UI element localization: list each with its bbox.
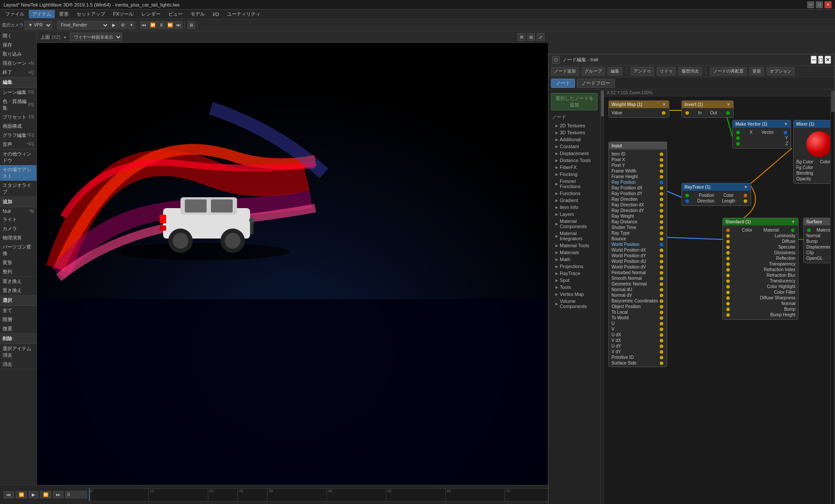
- node-list-mattools[interactable]: Material Tools: [548, 242, 600, 249]
- world-pos-port[interactable]: [660, 243, 663, 246]
- std-trans-in[interactable]: [726, 262, 730, 266]
- delete-btn[interactable]: 消去: [0, 360, 37, 369]
- std-gloss-in[interactable]: [726, 251, 730, 255]
- rt-pos-in[interactable]: [685, 194, 689, 197]
- main-viewport[interactable]: [37, 43, 548, 485]
- pixel-y-port[interactable]: [660, 164, 663, 167]
- tl-frame-input[interactable]: [65, 491, 87, 498]
- node-canvas-scrollbar[interactable]: [830, 90, 835, 504]
- vector-out-port[interactable]: [784, 131, 787, 134]
- tab-nodeflow[interactable]: ノードフロー: [577, 79, 615, 88]
- surface-node[interactable]: Surface ▼ Material Material Normal: [803, 218, 830, 263]
- std-lumin-in[interactable]: [726, 234, 730, 238]
- tl-end-btn[interactable]: ⏭: [53, 491, 63, 498]
- replace-btn[interactable]: 置き換え: [0, 277, 37, 286]
- u-dx-port[interactable]: [660, 333, 663, 337]
- camera-icon[interactable]: ▶: [110, 21, 118, 29]
- bary-port[interactable]: [660, 299, 663, 303]
- node-list-additional[interactable]: Additional: [548, 136, 600, 143]
- v-dy-port[interactable]: [660, 350, 663, 354]
- tab-node[interactable]: ノード: [551, 79, 575, 88]
- v-dx-port[interactable]: [660, 339, 663, 342]
- ray-dir-port[interactable]: [660, 198, 663, 201]
- import-btn[interactable]: 取り込み: [0, 50, 37, 59]
- menu-transform[interactable]: 変形: [56, 10, 72, 18]
- frame-height-port[interactable]: [660, 175, 663, 179]
- prim-id-port[interactable]: [660, 356, 663, 359]
- select-all-btn[interactable]: 全て: [0, 306, 37, 315]
- std-colhi-in[interactable]: [726, 285, 730, 288]
- new-scene-btn[interactable]: 現在シーン +N: [0, 59, 37, 68]
- standard-dropdown[interactable]: ▼: [791, 219, 795, 224]
- quit-btn[interactable]: 終了 +Q: [0, 68, 37, 77]
- x-in-port[interactable]: [736, 131, 740, 134]
- node-list-raytrace[interactable]: RayTrace: [548, 270, 600, 277]
- world-pos-dy-port[interactable]: [660, 254, 663, 258]
- audio-btn[interactable]: 音声 ^F5: [0, 140, 37, 149]
- menu-render[interactable]: レンダー: [138, 10, 164, 18]
- node-list-iteminfo[interactable]: Item Info: [548, 204, 600, 211]
- camera-btn2[interactable]: カメラ: [0, 224, 37, 233]
- frame-width-port[interactable]: [660, 169, 663, 173]
- align-btn[interactable]: 整列: [0, 267, 37, 276]
- scene-edit-btn[interactable]: シーン編集 FS: [0, 88, 37, 97]
- ray-pos-dy-port[interactable]: [660, 192, 663, 196]
- std-material-out[interactable]: [791, 229, 795, 232]
- std-diffuse-in[interactable]: [726, 240, 730, 243]
- standard-node[interactable]: Standard (1) ▼ Color Material Luminosity: [722, 218, 798, 320]
- settings-icon[interactable]: ⚙: [119, 21, 127, 29]
- node-list-2dtextures[interactable]: 2D Textures: [548, 122, 600, 129]
- std-bumpht-in[interactable]: [726, 313, 730, 317]
- deform-btn[interactable]: 変形: [0, 258, 37, 267]
- node-list-fresnel[interactable]: Fresnel Functions: [548, 178, 600, 190]
- item-id-port[interactable]: [660, 153, 663, 156]
- node-close-btn[interactable]: ✕: [825, 56, 831, 64]
- prev-icon[interactable]: ⏪: [149, 21, 157, 29]
- node-list-matint[interactable]: Material Integrators: [548, 230, 600, 242]
- menu-file[interactable]: ファイル: [2, 10, 28, 18]
- make-vector-node[interactable]: Make Vector (1) ▼ X Vector Y: [732, 120, 791, 149]
- node-list-functions[interactable]: Functions: [548, 190, 600, 197]
- in-port[interactable]: [685, 111, 689, 115]
- vp-grid-icon[interactable]: ⊞: [527, 33, 535, 41]
- node-list-volcomp[interactable]: Volume Components: [548, 298, 600, 310]
- redo-btn[interactable]: リドゥ: [657, 67, 676, 76]
- viewport-mode-select[interactable]: ワイヤー枠面非表示: [70, 33, 122, 41]
- surface-side-port[interactable]: [660, 361, 663, 365]
- camera-select[interactable]: ▼ VPR: [24, 21, 52, 30]
- next-icon[interactable]: ⏩: [166, 21, 174, 29]
- u-dy-port[interactable]: [660, 345, 663, 348]
- shutter-port[interactable]: [660, 226, 663, 229]
- add-node-btn[interactable]: ノード追加: [551, 67, 579, 76]
- smooth-normal-port[interactable]: [660, 277, 663, 280]
- node-canvas[interactable]: X:52 Y:103 Zoom:100%: [604, 90, 830, 504]
- node-list-scrollbar[interactable]: [601, 90, 604, 504]
- save-btn[interactable]: 保存: [0, 40, 37, 50]
- normal-dv-port[interactable]: [660, 294, 663, 297]
- edit-node-btn[interactable]: 編集: [608, 67, 622, 76]
- close-button[interactable]: ✕: [825, 1, 832, 8]
- vp-settings-icon[interactable]: ⚙: [518, 33, 525, 41]
- pert-normal-port[interactable]: [660, 271, 663, 275]
- rearrange-btn[interactable]: ノードの再配置: [710, 67, 747, 76]
- select-fine-btn[interactable]: 微選: [0, 324, 37, 333]
- preset-btn[interactable]: プリセット F8: [0, 113, 37, 122]
- replace2-btn[interactable]: 置き換え: [0, 286, 37, 295]
- material-edit-btn[interactable]: 色・質感編集 FS: [0, 97, 37, 113]
- y-in-port[interactable]: [736, 136, 740, 140]
- std-refblur-in[interactable]: [726, 274, 730, 277]
- bounce-port[interactable]: [660, 237, 663, 241]
- std-colfil-in[interactable]: [726, 291, 730, 294]
- node-list-tools[interactable]: Tools: [548, 284, 600, 291]
- add-selected-node-btn[interactable]: 選択したノードを追加: [551, 93, 598, 110]
- menu-setup[interactable]: セットアップ: [73, 10, 109, 18]
- invert-dropdown[interactable]: ▼: [726, 102, 731, 107]
- node-list-matcomp[interactable]: Material Components: [548, 218, 600, 230]
- geom-normal-port[interactable]: [660, 282, 663, 286]
- play-icon[interactable]: ⏮: [140, 21, 148, 29]
- node-list-fiberfx[interactable]: FiberFX: [548, 164, 600, 171]
- ray-dir-dx-port[interactable]: [660, 203, 663, 207]
- std-reflect-in[interactable]: [726, 257, 730, 260]
- node-list-layers[interactable]: Layers: [548, 211, 600, 218]
- minimize-button[interactable]: ─: [807, 1, 814, 8]
